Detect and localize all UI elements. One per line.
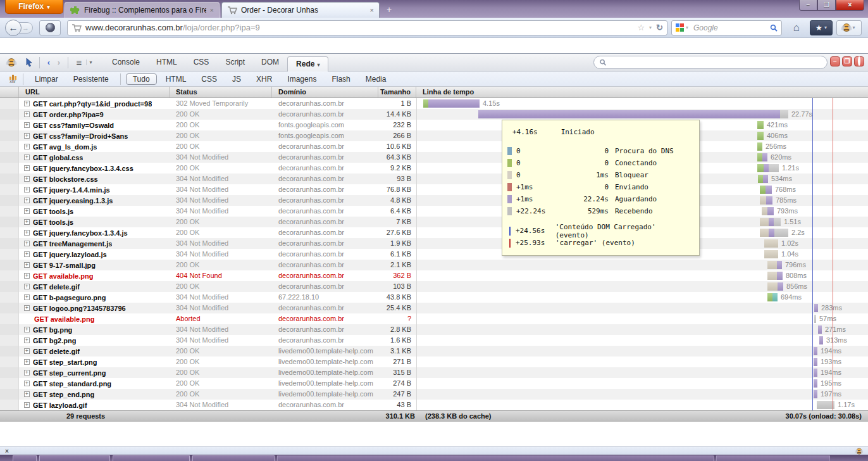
request-row[interactable]: +GET step_start.png200 OKlivedemo00.temp… xyxy=(0,357,868,367)
firebug-options-menu[interactable]: ≡ xyxy=(72,57,86,68)
request-row[interactable]: +GET jquery.fancybox-1.3.4.css200 OKdeco… xyxy=(0,163,868,174)
expand-icon[interactable]: + xyxy=(24,122,30,128)
timeline-bar[interactable]: 856ms xyxy=(767,282,807,291)
timeline-bar[interactable]: 193ms xyxy=(814,358,841,366)
timeline-bar[interactable]: 785ms xyxy=(760,196,797,205)
request-row[interactable]: +GET css?family=Droid+Sans200 OKfonts.go… xyxy=(0,130,868,141)
expand-icon[interactable]: + xyxy=(24,381,30,386)
timeline-bar[interactable]: 2.2s xyxy=(760,229,805,237)
timeline-bar[interactable]: 793ms xyxy=(762,207,798,215)
column-header-status[interactable]: Status xyxy=(170,87,272,98)
request-row[interactable]: +GET blockstore.css304 Not Modifieddecor… xyxy=(0,174,868,184)
chevron-down-icon[interactable]: ▾ xyxy=(86,60,95,65)
column-header-timeline[interactable]: Linha de tempo xyxy=(416,87,868,98)
timeline-bar[interactable]: 194ms xyxy=(814,347,841,355)
expand-icon[interactable]: + xyxy=(24,198,30,203)
firebug-tab-dom[interactable]: DOM xyxy=(253,54,287,72)
request-row[interactable]: +GET step_end.png200 OKlivedemo00.templa… xyxy=(0,389,868,400)
timeline-bar[interactable]: 406ms xyxy=(757,132,788,140)
firebug-menu-button[interactable] xyxy=(5,56,18,69)
expand-icon[interactable]: + xyxy=(24,241,30,246)
expand-icon[interactable]: + xyxy=(24,251,30,257)
timeline-bar[interactable]: 313ms xyxy=(819,336,847,344)
expand-icon[interactable]: + xyxy=(24,402,30,408)
filter-tab-css[interactable]: CSS xyxy=(195,74,223,84)
expand-icon[interactable]: + xyxy=(24,359,30,365)
expand-icon[interactable]: + xyxy=(24,348,30,354)
request-row[interactable]: +GET available.png404 Not Founddecorarun… xyxy=(0,270,868,281)
home-button[interactable]: ⌂ xyxy=(787,20,806,35)
expand-icon[interactable]: + xyxy=(24,144,30,149)
firefox-app-button[interactable]: Firefox▾ xyxy=(5,0,63,14)
filter-tab-media[interactable]: Media xyxy=(359,74,393,84)
filter-tab-js[interactable]: JS xyxy=(226,74,247,84)
tab-close-icon[interactable]: × xyxy=(370,6,374,14)
chevron-down-icon[interactable]: ▾ xyxy=(686,25,688,30)
firebug-statusbar-icon[interactable] xyxy=(857,448,862,454)
column-header-size[interactable]: Tamanho xyxy=(378,87,416,98)
search-icon[interactable] xyxy=(770,24,778,32)
expand-icon[interactable]: + xyxy=(24,155,30,160)
expand-icon[interactable]: + xyxy=(24,338,30,343)
request-row[interactable]: +GET bg2.png304 Not Modifieddecorarunhas… xyxy=(0,335,868,346)
site-identity-button[interactable] xyxy=(39,20,61,35)
request-row[interactable]: +GET jquery.fancybox-1.3.4.js200 OKdecor… xyxy=(0,227,868,238)
firebug-tab-html[interactable]: HTML xyxy=(148,54,185,72)
firebug-tab-script[interactable]: Script xyxy=(217,54,253,72)
request-row[interactable]: +GET jquery-1.4.4.min.js304 Not Modified… xyxy=(0,184,868,195)
timeline-bar[interactable]: 620ms xyxy=(757,153,791,161)
history-back-button[interactable]: ‹ xyxy=(44,58,54,67)
expand-icon[interactable]: + xyxy=(24,176,30,182)
search-box[interactable]: ▾ Google xyxy=(671,20,782,35)
firebug-tab-css[interactable]: CSS xyxy=(185,54,218,72)
timeline-bar[interactable]: 534ms xyxy=(758,175,792,183)
firebug-close-button[interactable] xyxy=(854,56,864,66)
filter-tab-flash[interactable]: Flash xyxy=(325,74,356,84)
persist-button[interactable]: Pesistente xyxy=(66,75,116,84)
request-row[interactable]: +GET avg_ls_dom.js200 OKdecorarunhas.com… xyxy=(0,141,868,152)
expand-icon[interactable]: + xyxy=(24,273,30,279)
request-row[interactable]: +GET step_standard.png200 OKlivedemo00.t… xyxy=(0,378,868,389)
request-row[interactable]: +GET treeManagement.js304 Not Modifiedde… xyxy=(0,238,868,249)
timeline-bar[interactable]: 283ms xyxy=(814,304,842,312)
request-row[interactable]: +GET css?family=Oswald200 OKfonts.google… xyxy=(0,120,868,130)
tab-firebug-addons[interactable]: Firebug :: Complementos para o Firef... … xyxy=(65,2,220,18)
minimize-button[interactable]: − xyxy=(799,0,817,11)
back-button[interactable]: ← xyxy=(5,20,22,36)
request-row[interactable]: +GET tools.js200 OKdecorarunhas.com.br7 … xyxy=(0,217,868,227)
timeline-bar[interactable]: 197ms xyxy=(814,390,841,398)
filter-tab-tudo[interactable]: Tudo xyxy=(126,73,157,85)
expand-icon[interactable]: + xyxy=(24,327,30,332)
expand-icon[interactable]: + xyxy=(24,111,30,117)
addon-bar-close-icon[interactable]: × xyxy=(5,448,9,455)
expand-icon[interactable]: + xyxy=(24,101,30,106)
timeline-bar[interactable]: 1.51s xyxy=(760,218,801,226)
filter-tab-xhr[interactable]: XHR xyxy=(250,74,278,84)
column-header-domain[interactable]: Domínio xyxy=(272,87,378,98)
timeline-bar[interactable]: 1.04s xyxy=(764,250,798,258)
request-row[interactable]: +GET 9-17-small.jpg200 OKdecorarunhas.co… xyxy=(0,260,868,270)
filter-tab-imagens[interactable]: Imagens xyxy=(281,74,323,84)
request-row[interactable]: +GET cart.php?qty=1&id_product=98302 Mov… xyxy=(0,98,868,109)
url-bar[interactable]: www.decorarunhas.com.br/loja/order.php?i… xyxy=(67,20,667,35)
timeline-bar[interactable]: 1.21s xyxy=(757,164,799,172)
bookmarks-button[interactable]: ★▾ xyxy=(810,20,833,35)
expand-icon[interactable]: + xyxy=(24,230,30,236)
firebug-toolbar-button[interactable]: ▾ xyxy=(836,20,862,35)
restore-button[interactable]: ❐ xyxy=(817,0,836,11)
timeline-bar[interactable]: 796ms xyxy=(767,261,806,269)
expand-icon[interactable]: + xyxy=(24,284,30,289)
request-row[interactable]: +GET step_current.png200 OKlivedemo00.te… xyxy=(0,367,868,378)
bookmark-star-icon[interactable]: ☆ xyxy=(637,23,645,32)
request-row[interactable]: +GET tools.js304 Not Modifieddecorarunha… xyxy=(0,206,868,217)
request-row[interactable]: +GET order.php?ipa=9200 OKdecorarunhas.c… xyxy=(0,109,868,120)
firebug-search-input[interactable] xyxy=(593,56,828,69)
clear-button[interactable]: Limpar xyxy=(27,75,66,84)
request-row[interactable]: +GET global.css304 Not Modifieddecorarun… xyxy=(0,152,868,163)
request-row[interactable]: +GET delete.gif200 OKdecorarunhas.com.br… xyxy=(0,281,868,292)
request-row[interactable]: +GET b-pagseguro.png304 Not Modified67.2… xyxy=(0,292,868,303)
timeline-bar[interactable]: 194ms xyxy=(814,369,841,377)
firebug-tab-rede[interactable]: Rede▾ xyxy=(287,56,328,72)
tab-close-icon[interactable]: × xyxy=(210,6,214,14)
request-row[interactable]: +GET logoo.png?1345783796304 Not Modifie… xyxy=(0,303,868,313)
